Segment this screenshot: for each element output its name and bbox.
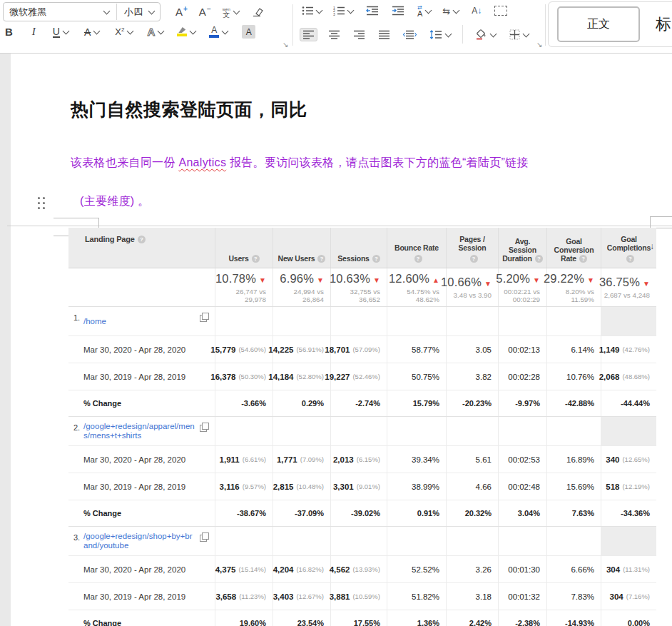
percent-change-row: % Change-38.67%-37.09%-39.02%0.91%20.32%…	[68, 500, 656, 527]
selection-handle-right[interactable]	[650, 216, 672, 228]
metric-cell: -39.02%	[330, 500, 387, 526]
summary-value-line: 10.63%▼	[330, 272, 380, 286]
metric-cell: 00:01:32	[498, 583, 546, 610]
highlighter-icon	[177, 27, 187, 36]
italic-button[interactable]: I	[30, 24, 38, 39]
help-icon[interactable]: ?	[535, 255, 543, 263]
sort-button[interactable]: A↓	[469, 4, 484, 17]
help-icon[interactable]: ?	[138, 236, 146, 243]
plus-icon: +	[183, 6, 188, 13]
metric-cell: 6.14%	[546, 336, 601, 363]
justify-button[interactable]	[376, 29, 392, 41]
column-header: Landing Page?	[68, 228, 215, 268]
help-row: ?	[412, 254, 422, 263]
align-center-button[interactable]	[326, 29, 342, 41]
highlight-color-button[interactable]	[175, 26, 198, 38]
landing-page-cell: 2./google+redesign/apparel/mens/mens+t+s…	[68, 417, 215, 445]
text-frame-button[interactable]	[492, 4, 509, 17]
summary-comparison: 00:02:21 vs 00:02:29	[499, 288, 540, 303]
bold-button[interactable]: B	[3, 24, 15, 39]
date-range-row: Mar 30, 2020 - Apr 28, 20204,375(15.14%)…	[68, 556, 656, 583]
style-normal[interactable]: 正文	[557, 6, 640, 42]
font-dialog-launcher[interactable]: ↘	[282, 41, 288, 49]
font-color-button[interactable]: A	[207, 25, 230, 39]
block-drag-handle-icon[interactable]	[38, 197, 45, 209]
svg-text:3: 3	[333, 12, 335, 16]
empty-cell	[215, 527, 273, 555]
landing-page-row: 1./home	[68, 307, 656, 336]
metric-cell: 3.18	[446, 583, 498, 610]
help-icon[interactable]: ?	[252, 255, 260, 263]
help-icon[interactable]: ?	[579, 255, 587, 263]
character-shading-button[interactable]: A	[240, 24, 258, 40]
help-icon[interactable]: ?	[626, 255, 634, 263]
distribute-text-button[interactable]	[401, 29, 419, 41]
metric-cell: 52.52%	[387, 556, 446, 582]
help-icon[interactable]: ?	[414, 255, 422, 263]
character-swap-button[interactable]: ⇆	[440, 5, 461, 17]
summary-value-line: 29.22%▼	[544, 272, 594, 286]
grow-font-button[interactable]: A+	[173, 4, 190, 20]
font-name-select[interactable]: 微软雅黑 小四	[3, 2, 161, 21]
landing-page-link[interactable]: /home	[83, 317, 106, 326]
metric-cell: 58.77%	[387, 336, 446, 363]
metric-cell: 3,403(12.67%)	[273, 583, 330, 610]
character-shading-icon: A	[242, 25, 255, 39]
increase-indent-button[interactable]	[390, 4, 407, 17]
bullets-button[interactable]	[300, 4, 324, 17]
eraser-icon	[252, 6, 264, 17]
column-header-label: Goal Conversion Rate?	[549, 237, 599, 263]
metric-cell: 7.83%	[546, 583, 601, 610]
align-left-icon	[302, 30, 315, 39]
column-header-text: Pages / Session	[459, 235, 487, 252]
metric-cell: -34.36%	[601, 500, 656, 526]
help-icon[interactable]: ?	[470, 255, 478, 263]
column-header-label: Landing Page?	[85, 235, 146, 243]
style-heading-partial[interactable]: 标	[656, 14, 671, 35]
metric-cell: 0.29%	[273, 390, 330, 416]
column-header-label: New Users?	[278, 254, 326, 263]
summary-comparison: 8.20% vs 11.59%	[547, 288, 594, 303]
shading-button[interactable]	[472, 28, 498, 41]
help-icon[interactable]: ?	[372, 255, 380, 263]
summary-percent: 5.20%	[496, 272, 530, 286]
metric-cell: -14.93%	[546, 610, 601, 626]
empty-cell	[273, 417, 330, 445]
paragraph-dialog-launcher[interactable]: ↘	[536, 41, 542, 49]
line-spacing-button[interactable]	[427, 29, 453, 41]
open-in-new-icon[interactable]	[200, 315, 207, 322]
borders-button[interactable]	[507, 28, 531, 41]
column-header-text: Goal Conversion Rate	[554, 237, 594, 263]
phonetic-guide-button[interactable]: wén 文	[220, 6, 241, 19]
numbering-button[interactable]: 123	[331, 4, 355, 17]
strikethrough-button[interactable]: A	[82, 25, 101, 39]
landing-page-link[interactable]: /google+redesign/apparel/mens/mens+t+shi…	[83, 422, 195, 440]
open-in-new-icon[interactable]	[200, 425, 207, 432]
landing-page-row: 3./google+redesign/shop+by+brand/youtube	[68, 527, 656, 556]
column-header-label: Pages / Session	[448, 235, 497, 252]
clear-formatting-button[interactable]	[250, 5, 266, 19]
sort-descending-icon[interactable]: ↓	[650, 241, 654, 251]
metric-value: 4,204	[273, 565, 294, 574]
document-paragraph-line1: 该表格也来自同一份 Analytics 报告。要访问该表格，请点击图表下方的蓝色…	[71, 156, 648, 171]
column-header-text: Landing Page	[85, 235, 135, 243]
align-left-button[interactable]	[300, 28, 317, 41]
metric-cell: 16,378(50.30%)	[215, 363, 273, 390]
document-canvas: 热门自然搜索登陆页面，同比 该表格也来自同一份 Analytics 报告。要访问…	[0, 54, 672, 626]
open-in-new-icon[interactable]	[200, 535, 207, 542]
column-header-text: Goal Completions	[607, 235, 651, 252]
metric-share: (16.82%)	[296, 565, 324, 573]
ribbon-toolbar: 微软雅黑 小四 A+ A− wén 文	[0, 0, 672, 54]
text-effects-button[interactable]: A	[145, 24, 166, 39]
decrease-indent-button[interactable]	[364, 4, 381, 17]
superscript-button[interactable]: X2	[113, 25, 135, 39]
help-icon[interactable]: ?	[317, 255, 325, 263]
shrink-font-button[interactable]: A−	[197, 4, 213, 20]
arrow-down-icon: ▼	[533, 276, 540, 284]
column-header: Goal Completions?↓	[601, 228, 656, 268]
text-direction-button[interactable]: ⇄ A	[415, 4, 433, 18]
chevron-down-icon	[103, 8, 111, 15]
landing-page-link[interactable]: /google+redesign/shop+by+brand/youtube	[83, 532, 195, 550]
align-right-button[interactable]	[351, 29, 367, 41]
underline-button[interactable]: U	[51, 25, 71, 39]
